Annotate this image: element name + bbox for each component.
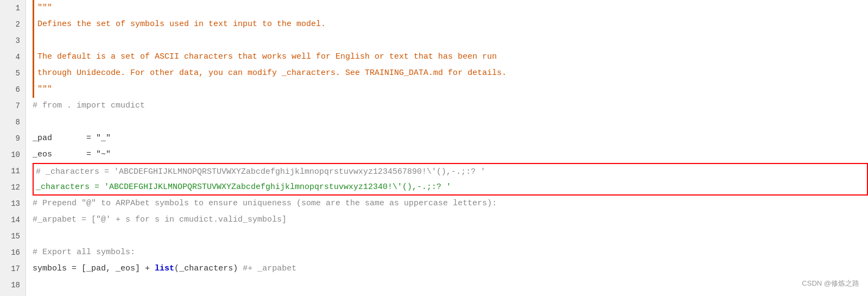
token: # Export all symbols:: [33, 248, 135, 257]
code-line-10: _eos = "~": [33, 147, 868, 163]
token: Defines the set of symbols used in text …: [37, 20, 326, 29]
line-number-17: 17: [5, 261, 20, 277]
line-number-16: 16: [5, 244, 20, 261]
code-line-17: symbols = [_pad, _eos] + list(_character…: [33, 261, 868, 277]
token: = "_": [52, 134, 111, 143]
token: # Prepend "@" to ARPAbet symbols to ensu…: [33, 199, 497, 208]
code-container: 123456789101112131415161718 """Defines t…: [0, 0, 868, 296]
token: (: [174, 264, 179, 273]
token: # from . import cmudict: [33, 101, 145, 110]
token: """: [37, 3, 52, 12]
line-number-12: 12: [5, 179, 20, 196]
code-line-13: # Prepend "@" to ARPAbet symbols to ensu…: [33, 196, 868, 212]
code-line-15: [33, 228, 868, 244]
line-number-4: 4: [5, 49, 20, 65]
token: = "~": [52, 150, 111, 159]
code-line-4: The default is a set of ASCII characters…: [33, 49, 868, 65]
token: ,: [106, 264, 116, 273]
line-numbers: 123456789101112131415161718: [0, 0, 26, 296]
token: _pad: [33, 134, 52, 143]
line-number-3: 3: [5, 33, 20, 49]
token: # _characters = 'ABCDEFGHIJKLMNOPQRSTUVW…: [36, 167, 485, 177]
line-number-15: 15: [5, 228, 20, 244]
code-line-8: [33, 114, 868, 130]
code-line-16: # Export all symbols:: [33, 244, 868, 261]
token: _characters = 'ABCDEFGHIJKLMNOPQRSTUVWXY…: [36, 182, 451, 192]
token: """: [37, 85, 52, 94]
token: _pad: [86, 264, 106, 273]
code-line-18: [33, 277, 868, 293]
token: ] +: [135, 264, 155, 273]
code-line-5: through Unidecode. For other data, you c…: [33, 65, 868, 81]
token: _eos: [116, 264, 135, 273]
code-line-3: [33, 33, 868, 49]
line-number-1: 1: [5, 0, 20, 16]
code-line-2: Defines the set of symbols used in text …: [33, 16, 868, 33]
code-line-9: _pad = "_": [33, 130, 868, 147]
line-number-18: 18: [5, 277, 20, 293]
code-line-12: _characters = 'ABCDEFGHIJKLMNOPQRSTUVWXY…: [33, 179, 868, 196]
line-number-14: 14: [5, 212, 20, 228]
line-number-2: 2: [5, 16, 20, 33]
code-line-6: """: [33, 81, 868, 98]
line-number-13: 13: [5, 196, 20, 212]
line-number-7: 7: [5, 98, 20, 114]
line-number-10: 10: [5, 147, 20, 163]
line-number-11: 11: [5, 163, 20, 179]
token: #+ _arpabet: [243, 264, 296, 273]
line-number-8: 8: [5, 114, 20, 130]
code-line-14: #_arpabet = ["@' + s for s in cmudict.va…: [33, 212, 868, 228]
watermark: CSDN @修炼之路: [802, 275, 859, 292]
line-number-6: 6: [5, 81, 20, 98]
code-line-1: """: [33, 0, 868, 16]
token: The default is a set of ASCII characters…: [37, 52, 497, 61]
line-number-9: 9: [5, 130, 20, 147]
code-line-7: # from . import cmudict: [33, 98, 868, 114]
token: list: [155, 264, 174, 273]
code-line-11: # _characters = 'ABCDEFGHIJKLMNOPQRSTUVW…: [33, 163, 868, 179]
token: symbols = [: [33, 264, 86, 273]
line-number-5: 5: [5, 65, 20, 81]
token: _eos: [33, 150, 52, 159]
code-area: """Defines the set of symbols used in te…: [26, 0, 868, 296]
token: ): [233, 264, 243, 273]
token: through Unidecode. For other data, you c…: [37, 68, 506, 78]
token: #_arpabet = ["@' + s for s in cmudict.va…: [33, 215, 287, 224]
token: _characters: [179, 264, 233, 273]
